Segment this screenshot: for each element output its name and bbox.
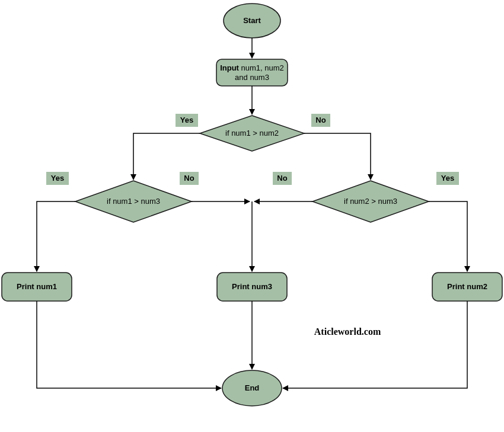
decision1-label: if num1 > num2 [225, 129, 279, 137]
edge-print1-end [37, 301, 221, 388]
edge-dec2-print1 [37, 201, 75, 271]
input-text-line1: Input num1, num2 [220, 63, 284, 72]
print1-label: Print num1 [17, 282, 57, 291]
decision3-label: if num2 > num3 [344, 197, 397, 206]
dec3-no-label: No [277, 174, 287, 183]
dec2-no-label: No [184, 174, 194, 183]
dec1-yes-label: Yes [180, 116, 193, 124]
flowchart: Start Input num1, num2 and num3 if num1 … [0, 0, 504, 432]
dec1-no-label: No [315, 116, 326, 124]
watermark-text: Aticleworld.com [314, 327, 381, 337]
decision2-label: if num1 > num3 [107, 197, 160, 206]
dec2-yes-label: Yes [51, 174, 64, 183]
start-label: Start [243, 16, 261, 25]
print3-label: Print num3 [232, 282, 272, 291]
edge-print2-end [283, 301, 467, 388]
dec3-yes-label: Yes [441, 174, 454, 183]
edge-dec3-print2 [429, 201, 467, 271]
edge-dec1-dec3 [304, 133, 371, 180]
print2-label: Print num2 [447, 282, 487, 291]
end-label: End [245, 383, 260, 392]
input-text-line2: and num3 [235, 73, 269, 82]
